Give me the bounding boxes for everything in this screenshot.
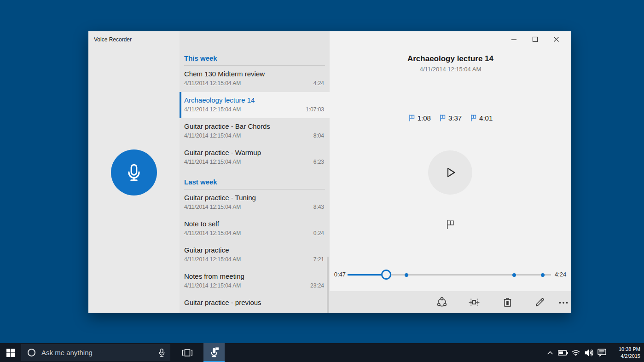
- flag-icon: [439, 114, 446, 122]
- taskbar-clock[interactable]: 10:38 PM 4/2/2015: [611, 346, 640, 360]
- recording-date: 4/11/2014 12:15:04 AM: [184, 132, 241, 139]
- more-button[interactable]: [554, 293, 571, 311]
- close-button[interactable]: [545, 32, 567, 46]
- flag-marker-3[interactable]: 4:01: [470, 114, 493, 122]
- recording-date: 4/11/2014 12:15:04 AM: [184, 159, 241, 165]
- recording-date: 4/11/2014 12:15:04 AM: [184, 282, 241, 289]
- player-panel: Archaeology lecture 14 4/11/2014 12:15:0…: [330, 31, 571, 313]
- ellipsis-icon: [557, 296, 569, 308]
- player-toolbar: [330, 291, 571, 313]
- list-item-archaeology-lecture[interactable]: Archaeology lecture 14 4/11/2014 12:15:0…: [180, 92, 330, 118]
- search-mic-icon[interactable]: [158, 344, 166, 361]
- list-item-guitar-practice[interactable]: Guitar practice 4/11/2014 12:15:04 AM 7:…: [180, 242, 330, 268]
- maximize-button[interactable]: [524, 32, 545, 46]
- marker-dot-3[interactable]: [541, 273, 545, 277]
- list-item-previous[interactable]: Guitar practice - previous: [180, 294, 330, 313]
- trim-button[interactable]: [465, 293, 483, 311]
- recording-title: Note to self: [184, 220, 324, 228]
- recording-duration: 0:24: [313, 230, 324, 236]
- flag-marker-2[interactable]: 3:37: [439, 114, 462, 122]
- play-icon: [442, 165, 458, 180]
- player-title: Archaeology lecture 14: [330, 54, 571, 63]
- search-input[interactable]: Ask me anything: [21, 344, 170, 361]
- recording-duration: 7:21: [313, 256, 324, 263]
- recording-title: Guitar practice - Bar Chords: [184, 122, 324, 130]
- recordings-list: This week Chem 130 Midterm review 4/11/2…: [180, 31, 330, 313]
- voice-recorder-taskbar-button[interactable]: [203, 343, 225, 362]
- delete-button[interactable]: [498, 293, 516, 311]
- list-item-chem-130[interactable]: Chem 130 Midterm review 4/11/2014 12:15:…: [180, 66, 330, 92]
- tray-battery-icon[interactable]: [557, 343, 569, 362]
- recording-title: Guitar practice - Warmup: [184, 149, 324, 156]
- voice-recorder-app-icon: [209, 347, 220, 357]
- tray-action-center-icon[interactable]: [595, 343, 608, 362]
- player-date: 4/11/2014 12:15:04 AM: [330, 66, 571, 73]
- recording-title: Notes from meeting: [184, 272, 324, 280]
- add-flag-button[interactable]: [440, 214, 460, 235]
- list-item-warmup[interactable]: Guitar practice - Warmup 4/11/2014 12:15…: [180, 144, 330, 171]
- search-placeholder: Ask me anything: [41, 349, 93, 356]
- recording-title: Guitar practice - Tuning: [184, 194, 324, 201]
- flag-time: 1:08: [418, 114, 431, 122]
- voice-recorder-window: Voice Recorder This week Chem 130 Midter…: [88, 31, 571, 313]
- playback-slider-zone: 0:47 4:24: [330, 268, 571, 282]
- record-button[interactable]: [111, 149, 157, 195]
- cortana-icon: [27, 348, 36, 357]
- tray-chevron-up-icon[interactable]: [544, 343, 557, 362]
- recording-date: 4/11/2014 12:15:04 AM: [184, 80, 241, 86]
- clock-date: 4/2/2015: [611, 353, 640, 360]
- playback-slider-thumb[interactable]: [381, 270, 391, 280]
- flag-time: 3:37: [448, 114, 462, 122]
- rename-button[interactable]: [530, 293, 549, 311]
- section-label-last-week: Last week: [184, 178, 325, 186]
- taskbar: Ask me anything: [0, 343, 644, 362]
- recording-title: Guitar practice - previous: [184, 299, 324, 306]
- recording-duration: 8:04: [313, 132, 324, 139]
- microphone-icon: [123, 162, 145, 183]
- task-view-icon: [182, 348, 193, 358]
- list-item-notes-from-meeting[interactable]: Notes from meeting 4/11/2014 12:15:04 AM…: [180, 268, 330, 294]
- recording-title: Guitar practice: [184, 246, 324, 254]
- recording-duration: 4:24: [313, 80, 324, 86]
- flag-icon: [470, 114, 477, 122]
- list-scrollbar[interactable]: [327, 257, 329, 313]
- trash-icon: [502, 297, 513, 308]
- recording-title: Chem 130 Midterm review: [184, 70, 324, 78]
- flag-marker-1[interactable]: 1:08: [408, 114, 431, 122]
- record-panel: Voice Recorder: [88, 31, 180, 313]
- tray-volume-icon[interactable]: [582, 343, 595, 362]
- marker-dot-1[interactable]: [405, 273, 408, 277]
- duration-label: 4:24: [555, 271, 566, 278]
- trim-icon: [468, 296, 480, 308]
- share-icon: [436, 296, 448, 308]
- recording-duration: 8:43: [313, 204, 324, 210]
- list-item-bar-chords[interactable]: Guitar practice - Bar Chords 4/11/2014 1…: [180, 118, 330, 144]
- playback-progress: [348, 274, 386, 276]
- playback-slider-track[interactable]: [348, 274, 551, 276]
- position-label: 0:47: [330, 271, 346, 278]
- minimize-button[interactable]: [503, 32, 524, 46]
- recording-duration: 23:24: [310, 282, 324, 289]
- recording-date: 4/11/2014 12:15:04 AM: [184, 106, 241, 113]
- task-view-button[interactable]: [177, 343, 198, 362]
- list-item-note-to-self[interactable]: Note to self 4/11/2014 12:15:04 AM 0:24: [180, 216, 330, 242]
- share-button[interactable]: [433, 293, 451, 311]
- marker-dot-2[interactable]: [512, 273, 516, 277]
- flag-time: 4:01: [479, 114, 493, 122]
- recording-date: 4/11/2014 12:15:04 AM: [184, 204, 241, 210]
- clock-time: 10:38 PM: [611, 346, 640, 353]
- window-controls: [503, 32, 567, 46]
- recording-date: 4/11/2014 12:15:04 AM: [184, 230, 241, 236]
- system-tray: 10:38 PM 4/2/2015: [544, 343, 644, 362]
- play-button[interactable]: [428, 150, 472, 195]
- flag-icon: [446, 219, 455, 230]
- recording-date: 4/11/2014 12:15:04 AM: [184, 256, 241, 263]
- section-label-this-week: This week: [184, 54, 325, 62]
- app-title: Voice Recorder: [94, 36, 132, 43]
- pencil-icon: [534, 297, 545, 308]
- tray-wifi-icon[interactable]: [569, 343, 582, 362]
- flag-icon: [408, 114, 415, 122]
- recording-title: Archaeology lecture 14: [184, 96, 324, 104]
- start-button[interactable]: [0, 343, 21, 362]
- list-item-tuning[interactable]: Guitar practice - Tuning 4/11/2014 12:15…: [180, 190, 330, 216]
